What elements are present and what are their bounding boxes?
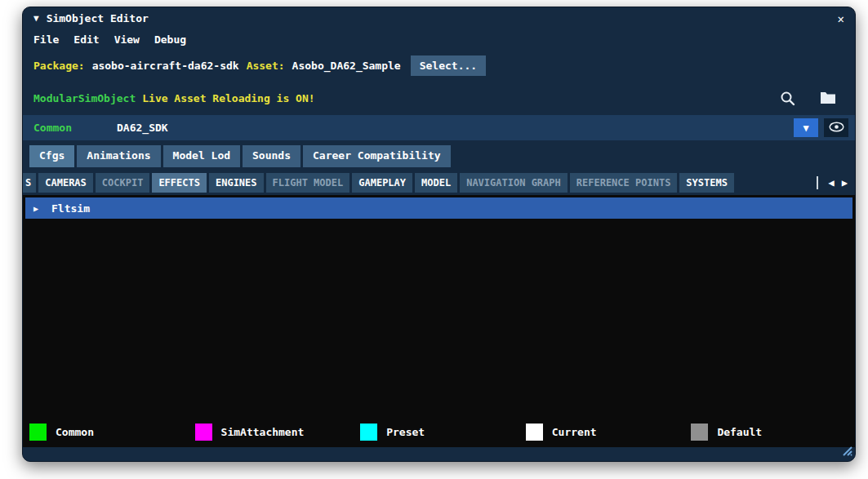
legend-item-preset: Preset [356,424,522,441]
legend-swatch-preset [360,424,377,441]
cfgtab-engines[interactable]: ENGINES [209,173,264,193]
package-row: Package: asobo-aircraft-da62-sdk Asset: … [23,50,855,81]
tab-model-lod[interactable]: Model Lod [163,145,240,167]
object-dropdown-button[interactable]: ▼ [794,118,818,137]
legend-label-simattachment: SimAttachment [221,426,305,438]
visibility-toggle-button[interactable] [824,118,848,137]
chevron-down-icon: ▼ [803,122,808,134]
cfgtab-gameplay[interactable]: GAMEPLAY [352,173,412,193]
package-value: asobo-aircraft-da62-sdk [92,60,239,72]
asset-label: Asset: [247,60,285,72]
asset-value: Asobo_DA62_Sample [292,60,401,72]
cfgtab-cockpit[interactable]: COCKPIT [96,173,150,193]
cfgtab-model[interactable]: MODEL [415,173,457,193]
legend-swatch-default [691,424,708,441]
scroll-left-icon[interactable]: ◀ [829,177,835,188]
simobject-editor-window: ▼ SimObject Editor ✕ File Edit View Debu… [22,7,856,462]
color-legend: Common SimAttachment Preset Current Defa… [25,419,852,445]
legend-label-default: Default [717,426,762,438]
cfgtab-systems[interactable]: SYSTEMS [679,173,734,193]
legend-swatch-common [29,424,47,441]
close-icon[interactable]: ✕ [838,12,844,25]
object-type-label: Common [33,122,117,134]
tab-cfgs[interactable]: Cfgs [29,145,74,167]
window-title: SimObject Editor [47,12,149,24]
object-selector-row: Common DA62_SDK ▼ [23,115,855,140]
package-label: Package: [33,60,85,72]
cfgtab-partial[interactable]: S [23,173,36,193]
cfgtab-flight-model[interactable]: FLIGHT MODEL [266,173,350,193]
search-icon[interactable] [780,91,795,106]
bottom-strip [23,447,855,461]
title-bar[interactable]: ▼ SimObject Editor ✕ [23,7,855,29]
scroll-right-icon[interactable]: ▶ [842,177,848,188]
legend-item-default: Default [687,424,852,441]
resize-grip-icon[interactable] [841,444,852,459]
cfg-tab-scroller: ◀ ▶ [817,176,851,189]
menu-item-debug[interactable]: Debug [154,33,186,46]
tab-sounds[interactable]: Sounds [243,145,300,167]
legend-swatch-simattachment [195,424,212,441]
object-name-label: DA62_SDK [117,122,168,134]
tree-row-label: Fltsim [51,202,90,215]
main-tab-bar: Cfgs Animations Model Lod Sounds Career … [23,140,855,167]
eye-icon [829,122,844,135]
tree-row-fltsim[interactable]: ▶ Fltsim [25,197,852,219]
cfgtab-cameras[interactable]: CAMERAS [38,173,93,193]
cfgtab-navigation-graph[interactable]: NAVIGATION GRAPH [460,173,568,193]
cfgtab-reference-points[interactable]: REFERENCE POINTS [570,173,678,193]
status-row: ModularSimObject Live Asset Reloading is… [23,81,855,115]
modular-simobject-label: ModularSimObject [33,92,136,104]
cfg-tab-bar: S CAMERAS COCKPIT EFFECTS ENGINES FLIGHT… [23,171,855,193]
legend-item-common: Common [25,424,191,441]
legend-label-preset: Preset [386,426,425,438]
menu-item-edit[interactable]: Edit [73,33,99,46]
collapse-icon[interactable]: ▼ [33,13,39,24]
row-expander-icon[interactable]: ▶ [33,204,38,213]
tab-career-compatibility[interactable]: Career Compatibility [303,145,451,167]
menu-item-file[interactable]: File [33,33,59,46]
legend-item-current: Current [522,424,688,441]
tab-animations[interactable]: Animations [77,145,160,167]
toolbar-icons [780,91,844,106]
scroller-divider [817,176,818,189]
legend-label-current: Current [552,426,597,438]
folder-icon[interactable] [820,91,836,104]
select-asset-button[interactable]: Select... [411,55,486,76]
legend-item-simattachment: SimAttachment [191,424,357,441]
live-reload-status: Live Asset Reloading is ON! [142,92,314,104]
cfg-content-panel: ▶ Fltsim Common SimAttachment Preset Cur… [23,195,855,447]
legend-label-common: Common [56,426,94,438]
legend-swatch-current [526,424,543,441]
cfgtab-effects[interactable]: EFFECTS [152,173,207,193]
menu-bar: File Edit View Debug [23,29,855,50]
menu-item-view[interactable]: View [114,33,140,46]
